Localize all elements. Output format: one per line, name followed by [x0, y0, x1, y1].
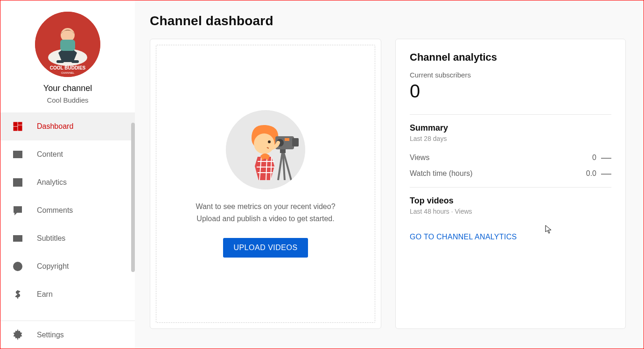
sidebar-item-label: Earn [37, 290, 53, 299]
summary-subtitle: Last 28 days [410, 135, 611, 142]
svg-rect-8 [18, 126, 22, 131]
sidebar-item-copyright[interactable]: c Copyright [0, 252, 135, 280]
svg-rect-36 [292, 138, 299, 147]
sidebar-item-comments[interactable]: Comments [0, 196, 135, 224]
sidebar: COOL BUDDIES CHANNEL Your channel Cool B… [0, 0, 135, 349]
content-icon [12, 148, 24, 161]
svg-rect-5 [71, 60, 79, 63]
sidebar-item-label: Copyright [37, 262, 69, 271]
sidebar-item-label: Analytics [37, 178, 67, 187]
your-channel-label: Your channel [43, 84, 92, 93]
sidebar-item-dashboard[interactable]: Dashboard [0, 112, 135, 140]
svg-rect-17 [14, 236, 22, 241]
svg-rect-3 [60, 40, 75, 51]
subscribers-value: 0 [410, 81, 611, 101]
svg-point-27 [254, 133, 274, 154]
summary-title: Summary [410, 123, 611, 133]
sidebar-item-label: Subtitles [37, 234, 65, 243]
upload-card: Want to see metrics on your recent video… [150, 39, 381, 329]
divider [410, 187, 611, 188]
page-title: Channel dashboard [150, 14, 629, 28]
analytics-icon [12, 176, 24, 188]
stat-value: 0 [592, 154, 596, 162]
sidebar-item-content[interactable]: Content [0, 140, 135, 168]
sidebar-item-settings[interactable]: Settings [0, 321, 135, 349]
avatar-text-bottom: CHANNEL [61, 71, 75, 74]
sidebar-item-label: Settings [37, 331, 64, 339]
earn-icon [12, 288, 24, 300]
go-to-channel-analytics-link[interactable]: GO TO CHANNEL ANALYTICS [410, 233, 517, 241]
top-videos-subtitle: Last 48 hours · Views [410, 208, 611, 215]
sidebar-item-label: Comments [37, 206, 73, 215]
svg-rect-9 [14, 127, 17, 131]
sidebar-item-label: Content [37, 150, 63, 159]
svg-rect-6 [14, 122, 17, 126]
stat-row-views: Views 0 — [410, 150, 611, 166]
sidebar-item-label: Dashboard [37, 122, 73, 131]
upload-dropzone[interactable]: Want to see metrics on your recent video… [156, 45, 375, 323]
upload-prompt-line2: Upload and publish a video to get starte… [196, 213, 334, 225]
dashboard-icon [12, 120, 24, 133]
svg-rect-4 [56, 60, 64, 63]
upload-illustration [226, 110, 305, 189]
stat-label: Watch time (hours) [410, 169, 473, 178]
svg-rect-38 [285, 138, 289, 141]
channel-avatar[interactable]: COOL BUDDIES CHANNEL [35, 12, 100, 77]
channel-header: COOL BUDDIES CHANNEL Your channel Cool B… [0, 0, 135, 112]
avatar-text-top: COOL BUDDIES [50, 65, 86, 70]
stat-label: Views [410, 154, 429, 162]
svg-rect-7 [18, 122, 22, 125]
sidebar-item-subtitles[interactable]: Subtitles [0, 224, 135, 252]
upload-videos-button[interactable]: UPLOAD VIDEOS [223, 238, 308, 258]
stat-value: 0.0 [586, 169, 596, 178]
sidebar-item-earn[interactable]: Earn [0, 280, 135, 308]
top-videos-title: Top videos [410, 196, 611, 206]
sidebar-nav: Dashboard Content Analytics Comments [0, 112, 135, 321]
main-content: Channel dashboard [135, 0, 644, 349]
subtitles-icon [12, 232, 24, 244]
svg-rect-42 [280, 149, 286, 153]
upload-prompt-line1: Want to see metrics on your recent video… [196, 201, 335, 213]
stat-row-watch-time: Watch time (hours) 0.0 — [410, 166, 611, 181]
gear-icon [12, 329, 24, 341]
channel-name: Cool Buddies [47, 96, 88, 104]
subscribers-label: Current subscribers [410, 71, 611, 79]
sidebar-item-analytics[interactable]: Analytics [0, 168, 135, 196]
analytics-card-title: Channel analytics [410, 51, 611, 63]
svg-point-28 [268, 140, 271, 143]
copyright-icon: c [12, 260, 24, 272]
analytics-card: Channel analytics Current subscribers 0 … [395, 39, 626, 329]
sidebar-scrollbar-thumb[interactable] [131, 123, 135, 272]
divider [410, 114, 611, 115]
comments-icon [12, 204, 24, 216]
svg-text:c: c [17, 264, 19, 269]
